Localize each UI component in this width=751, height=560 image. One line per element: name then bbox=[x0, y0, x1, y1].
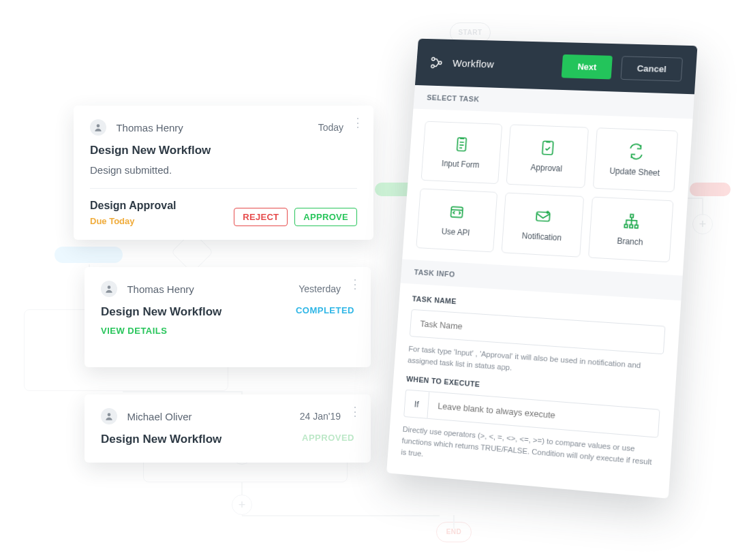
status-badge: COMPLETED bbox=[296, 305, 354, 315]
task-card: Thomas Henry Today ⋮ Design New Workflow… bbox=[74, 106, 373, 240]
task-tile-label: Use API bbox=[441, 227, 470, 238]
flow-chip bbox=[690, 183, 731, 196]
workflow-icon bbox=[429, 55, 444, 70]
svg-point-4 bbox=[431, 64, 435, 67]
if-prefix-label: If bbox=[403, 389, 429, 418]
user-icon bbox=[104, 411, 114, 421]
svg-rect-14 bbox=[634, 225, 638, 228]
svg-rect-8 bbox=[451, 207, 463, 218]
card-date: Yesterday bbox=[298, 283, 341, 294]
more-menu-icon[interactable]: ⋮ bbox=[352, 121, 363, 125]
task-tile-branch[interactable]: Branch bbox=[588, 197, 673, 263]
approve-button[interactable]: APPROVE bbox=[294, 208, 357, 226]
card-date: 24 Jan'19 bbox=[300, 411, 341, 422]
svg-rect-12 bbox=[624, 224, 628, 228]
reject-button[interactable]: REJECT bbox=[234, 208, 288, 226]
task-tile-label: Branch bbox=[617, 236, 643, 247]
avatar bbox=[101, 281, 117, 297]
notification-icon bbox=[534, 207, 552, 225]
avatar bbox=[101, 408, 117, 424]
api-icon bbox=[448, 203, 466, 221]
cancel-button[interactable]: Cancel bbox=[621, 56, 683, 81]
svg-point-10 bbox=[546, 211, 549, 215]
branch-icon bbox=[622, 212, 641, 230]
task-tile-notification[interactable]: Notification bbox=[501, 192, 584, 257]
card-author: Thomas Henry bbox=[127, 283, 194, 295]
card-subtitle: Design submitted. bbox=[90, 164, 357, 176]
svg-rect-6 bbox=[457, 138, 467, 151]
task-type-grid: Input Form Approval Update Sheet Use API bbox=[402, 109, 692, 276]
task-tile-use-api[interactable]: Use API bbox=[416, 188, 497, 252]
view-details-link[interactable]: VIEW DETAILS bbox=[101, 326, 354, 336]
more-menu-icon[interactable]: ⋮ bbox=[349, 282, 360, 286]
svg-rect-7 bbox=[542, 141, 553, 155]
task-card: Thomas Henry Yesterday ⋮ Design New Work… bbox=[85, 267, 371, 367]
card-author: Thomas Henry bbox=[116, 122, 183, 134]
card-author: Michael Oliver bbox=[127, 411, 191, 422]
svg-point-0 bbox=[97, 124, 100, 127]
task-tile-label: Approval bbox=[530, 163, 562, 174]
task-tile-approval[interactable]: Approval bbox=[506, 124, 589, 188]
svg-point-2 bbox=[108, 413, 111, 416]
card-date: Today bbox=[318, 122, 343, 133]
panel-title: Workflow bbox=[453, 57, 553, 72]
user-icon bbox=[93, 123, 103, 132]
flow-add-node-icon: + bbox=[692, 214, 713, 234]
status-badge: APPROVED bbox=[302, 433, 354, 443]
task-tile-update-sheet[interactable]: Update Sheet bbox=[593, 127, 678, 192]
update-sheet-icon bbox=[626, 142, 645, 161]
svg-rect-11 bbox=[630, 215, 634, 218]
avatar bbox=[90, 119, 106, 136]
input-form-icon bbox=[453, 136, 472, 153]
workflow-panel: Workflow Next Cancel SELECT TASK Input F… bbox=[386, 39, 697, 499]
task-tile-input-form[interactable]: Input Form bbox=[421, 121, 502, 184]
more-menu-icon[interactable]: ⋮ bbox=[349, 409, 360, 414]
card-title: Design New Workflow bbox=[90, 144, 357, 157]
flow-add-node-icon: + bbox=[232, 495, 252, 515]
task-tile-label: Input Form bbox=[442, 159, 480, 170]
user-icon bbox=[104, 284, 114, 294]
svg-point-3 bbox=[432, 57, 435, 61]
task-tile-label: Update Sheet bbox=[609, 166, 660, 178]
approval-icon bbox=[538, 139, 557, 157]
task-card: Michael Oliver 24 Jan'19 ⋮ Design New Wo… bbox=[85, 394, 371, 463]
next-button[interactable]: Next bbox=[562, 55, 613, 80]
task-tile-label: Notification bbox=[521, 231, 562, 243]
svg-point-1 bbox=[108, 285, 111, 289]
svg-rect-13 bbox=[630, 225, 633, 228]
